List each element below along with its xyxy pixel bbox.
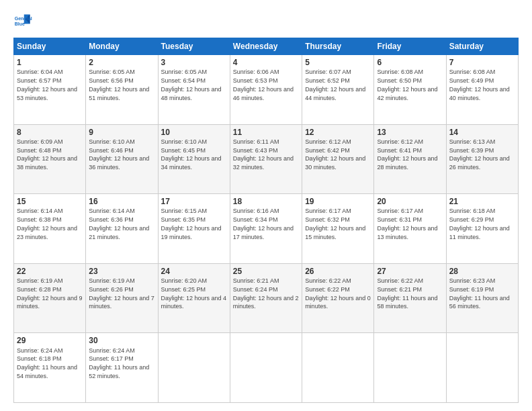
day-number: 15	[17, 196, 83, 207]
calendar-cell: 2Sunrise: 6:05 AMSunset: 6:56 PMDaylight…	[86, 55, 158, 125]
day-info: Sunrise: 6:19 AMSunset: 6:28 PMDaylight:…	[17, 277, 83, 310]
day-info: Sunrise: 6:09 AMSunset: 6:48 PMDaylight:…	[17, 138, 77, 171]
day-number: 4	[233, 57, 299, 68]
day-number: 10	[161, 127, 227, 138]
day-info: Sunrise: 6:19 AMSunset: 6:26 PMDaylight:…	[89, 277, 154, 310]
calendar-cell: 23Sunrise: 6:19 AMSunset: 6:26 PMDayligh…	[86, 263, 158, 333]
day-number: 8	[17, 127, 83, 138]
day-info: Sunrise: 6:20 AMSunset: 6:25 PMDaylight:…	[161, 277, 227, 310]
calendar-cell: 19Sunrise: 6:17 AMSunset: 6:32 PMDayligh…	[302, 194, 374, 264]
calendar-cell	[230, 333, 302, 403]
day-info: Sunrise: 6:23 AMSunset: 6:19 PMDaylight:…	[449, 277, 510, 310]
day-number: 19	[305, 196, 371, 207]
day-number: 23	[89, 266, 154, 277]
svg-text:General: General	[15, 16, 32, 21]
day-number: 20	[377, 196, 443, 207]
svg-text:Blue: Blue	[15, 21, 25, 26]
day-number: 16	[89, 196, 154, 207]
day-info: Sunrise: 6:04 AMSunset: 6:57 PMDaylight:…	[17, 68, 77, 101]
calendar-cell: 24Sunrise: 6:20 AMSunset: 6:25 PMDayligh…	[158, 263, 230, 333]
calendar-cell: 20Sunrise: 6:17 AMSunset: 6:31 PMDayligh…	[374, 194, 446, 264]
calendar-cell: 16Sunrise: 6:14 AMSunset: 6:36 PMDayligh…	[86, 194, 158, 264]
calendar-cell: 13Sunrise: 6:12 AMSunset: 6:41 PMDayligh…	[374, 124, 446, 194]
day-info: Sunrise: 6:12 AMSunset: 6:42 PMDaylight:…	[305, 138, 365, 171]
day-number: 2	[89, 57, 154, 68]
day-info: Sunrise: 6:24 AMSunset: 6:18 PMDaylight:…	[17, 347, 77, 379]
day-number: 29	[17, 335, 83, 346]
day-info: Sunrise: 6:17 AMSunset: 6:32 PMDaylight:…	[305, 208, 365, 240]
day-number: 28	[449, 266, 515, 277]
calendar-cell	[374, 333, 446, 403]
logo: General Blue	[13, 12, 35, 31]
day-number: 17	[161, 196, 227, 207]
weekday-header-thursday: Thursday	[302, 38, 374, 55]
weekday-header-sunday: Sunday	[14, 38, 86, 55]
page: General Blue SundayMondayTuesdayWednesda…	[0, 0, 532, 411]
weekday-header-tuesday: Tuesday	[158, 38, 230, 55]
day-number: 6	[377, 57, 443, 68]
day-number: 13	[377, 127, 443, 138]
calendar-week-4: 22Sunrise: 6:19 AMSunset: 6:28 PMDayligh…	[14, 263, 519, 333]
day-info: Sunrise: 6:05 AMSunset: 6:56 PMDaylight:…	[89, 68, 149, 101]
day-info: Sunrise: 6:13 AMSunset: 6:39 PMDaylight:…	[449, 138, 510, 171]
day-number: 12	[305, 127, 371, 138]
day-info: Sunrise: 6:15 AMSunset: 6:35 PMDaylight:…	[161, 208, 222, 240]
day-info: Sunrise: 6:14 AMSunset: 6:38 PMDaylight:…	[17, 208, 77, 240]
calendar-week-3: 15Sunrise: 6:14 AMSunset: 6:38 PMDayligh…	[14, 194, 519, 264]
day-info: Sunrise: 6:08 AMSunset: 6:49 PMDaylight:…	[449, 68, 510, 101]
calendar-cell: 21Sunrise: 6:18 AMSunset: 6:29 PMDayligh…	[446, 194, 518, 264]
day-number: 26	[305, 266, 371, 277]
day-number: 9	[89, 127, 154, 138]
day-number: 1	[17, 57, 83, 68]
calendar-cell: 26Sunrise: 6:22 AMSunset: 6:22 PMDayligh…	[302, 263, 374, 333]
calendar-table: SundayMondayTuesdayWednesdayThursdayFrid…	[13, 38, 519, 403]
day-info: Sunrise: 6:08 AMSunset: 6:50 PMDaylight:…	[377, 68, 437, 101]
calendar-cell	[302, 333, 374, 403]
day-info: Sunrise: 6:22 AMSunset: 6:21 PMDaylight:…	[377, 277, 437, 310]
calendar-cell: 30Sunrise: 6:24 AMSunset: 6:17 PMDayligh…	[86, 333, 158, 403]
day-number: 5	[305, 57, 371, 68]
weekday-header-monday: Monday	[86, 38, 158, 55]
day-info: Sunrise: 6:14 AMSunset: 6:36 PMDaylight:…	[89, 208, 149, 240]
day-info: Sunrise: 6:18 AMSunset: 6:29 PMDaylight:…	[449, 208, 510, 240]
calendar-cell: 1Sunrise: 6:04 AMSunset: 6:57 PMDaylight…	[14, 55, 86, 125]
calendar-cell	[446, 333, 518, 403]
calendar-cell: 17Sunrise: 6:15 AMSunset: 6:35 PMDayligh…	[158, 194, 230, 264]
calendar-cell: 12Sunrise: 6:12 AMSunset: 6:42 PMDayligh…	[302, 124, 374, 194]
calendar-cell: 29Sunrise: 6:24 AMSunset: 6:18 PMDayligh…	[14, 333, 86, 403]
calendar-cell: 14Sunrise: 6:13 AMSunset: 6:39 PMDayligh…	[446, 124, 518, 194]
calendar-cell: 9Sunrise: 6:10 AMSunset: 6:46 PMDaylight…	[86, 124, 158, 194]
day-number: 11	[233, 127, 299, 138]
day-number: 24	[161, 266, 227, 277]
day-number: 7	[449, 57, 515, 68]
day-info: Sunrise: 6:22 AMSunset: 6:22 PMDaylight:…	[305, 277, 371, 310]
calendar-week-2: 8Sunrise: 6:09 AMSunset: 6:48 PMDaylight…	[14, 124, 519, 194]
day-info: Sunrise: 6:06 AMSunset: 6:53 PMDaylight:…	[233, 68, 294, 101]
day-info: Sunrise: 6:24 AMSunset: 6:17 PMDaylight:…	[89, 347, 149, 379]
calendar-cell: 25Sunrise: 6:21 AMSunset: 6:24 PMDayligh…	[230, 263, 302, 333]
day-number: 18	[233, 196, 299, 207]
day-number: 21	[449, 196, 515, 207]
weekday-header-friday: Friday	[374, 38, 446, 55]
day-number: 25	[233, 266, 299, 277]
calendar-cell: 7Sunrise: 6:08 AMSunset: 6:49 PMDaylight…	[446, 55, 518, 125]
day-info: Sunrise: 6:17 AMSunset: 6:31 PMDaylight:…	[377, 208, 437, 240]
day-info: Sunrise: 6:10 AMSunset: 6:46 PMDaylight:…	[89, 138, 149, 171]
day-info: Sunrise: 6:10 AMSunset: 6:45 PMDaylight:…	[161, 138, 222, 171]
day-info: Sunrise: 6:12 AMSunset: 6:41 PMDaylight:…	[377, 138, 437, 171]
calendar-cell: 6Sunrise: 6:08 AMSunset: 6:50 PMDaylight…	[374, 55, 446, 125]
day-info: Sunrise: 6:07 AMSunset: 6:52 PMDaylight:…	[305, 68, 365, 101]
calendar-cell: 3Sunrise: 6:05 AMSunset: 6:54 PMDaylight…	[158, 55, 230, 125]
calendar-cell: 4Sunrise: 6:06 AMSunset: 6:53 PMDaylight…	[230, 55, 302, 125]
day-info: Sunrise: 6:16 AMSunset: 6:34 PMDaylight:…	[233, 208, 294, 240]
day-number: 22	[17, 266, 83, 277]
day-number: 3	[161, 57, 227, 68]
day-number: 14	[449, 127, 515, 138]
calendar-cell: 11Sunrise: 6:11 AMSunset: 6:43 PMDayligh…	[230, 124, 302, 194]
calendar-cell: 5Sunrise: 6:07 AMSunset: 6:52 PMDaylight…	[302, 55, 374, 125]
calendar-cell: 27Sunrise: 6:22 AMSunset: 6:21 PMDayligh…	[374, 263, 446, 333]
calendar-cell: 8Sunrise: 6:09 AMSunset: 6:48 PMDaylight…	[14, 124, 86, 194]
weekday-header-wednesday: Wednesday	[230, 38, 302, 55]
calendar-cell: 18Sunrise: 6:16 AMSunset: 6:34 PMDayligh…	[230, 194, 302, 264]
day-number: 27	[377, 266, 443, 277]
